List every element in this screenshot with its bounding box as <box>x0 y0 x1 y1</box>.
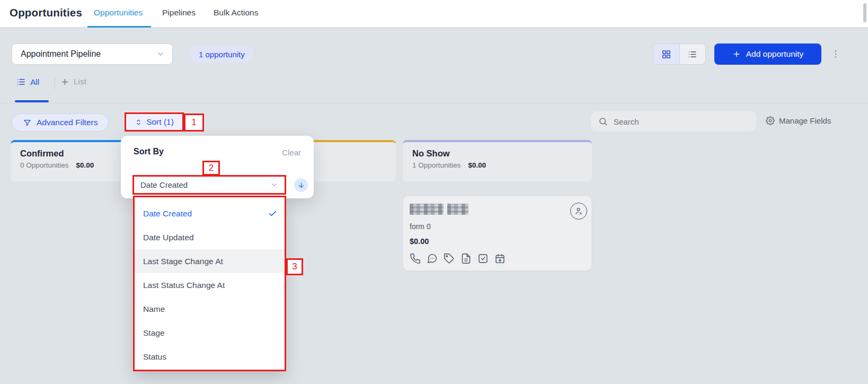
search-box <box>591 111 756 132</box>
list-bullets-icon <box>16 77 26 87</box>
annotation-label-1: 1 <box>184 114 204 132</box>
add-opportunity-label: Add opportunity <box>746 49 804 59</box>
arrow-down-icon <box>297 181 305 189</box>
opportunity-count-badge: 1 opportunity <box>190 46 254 63</box>
card-action-icons <box>410 253 585 264</box>
clear-button[interactable]: Clear <box>282 148 301 157</box>
scrollbar[interactable] <box>863 3 866 22</box>
tab-bulk-actions[interactable]: Bulk Actions <box>214 8 258 18</box>
search-input[interactable] <box>614 117 736 126</box>
annotation-label-2: 2 <box>202 161 220 176</box>
active-view-tab-underline <box>15 100 49 102</box>
tag-icon[interactable] <box>444 253 455 264</box>
option-date-created[interactable]: Date Created <box>135 202 285 225</box>
annotation-box-select: Date Created <box>132 175 286 195</box>
sort-field-value: Date Created <box>140 180 270 189</box>
column-title: No Show <box>412 149 583 159</box>
tab-divider <box>55 77 55 89</box>
blurred-text-segment <box>410 204 444 215</box>
pipeline-selector[interactable]: Appointment Pipeline <box>12 43 173 65</box>
chevron-down-icon <box>270 181 278 189</box>
top-nav: Opportunities Opportunities Pipelines Bu… <box>0 0 868 28</box>
card-source: form 0 <box>410 222 585 231</box>
annotation-box-sort: Sort (1) <box>125 112 184 132</box>
annotation-label-3: 3 <box>286 258 303 275</box>
column-amount: $0.00 <box>468 161 486 169</box>
list-icon <box>687 49 697 59</box>
option-stage[interactable]: Stage <box>135 321 285 345</box>
blurred-text-segment <box>447 204 468 215</box>
sort-field-select[interactable]: Date Created <box>134 177 285 193</box>
chat-icon[interactable] <box>427 253 438 264</box>
option-name[interactable]: Name <box>135 297 285 321</box>
advanced-filters-button[interactable]: Advanced Filters <box>12 114 109 132</box>
check-icon <box>268 209 277 218</box>
document-icon[interactable] <box>460 253 472 264</box>
kebab-icon <box>830 49 841 59</box>
column-count: 0 Opportunities <box>20 161 69 169</box>
search-icon <box>598 117 608 126</box>
option-last-stage-change-at[interactable]: Last Stage Change At <box>135 249 285 273</box>
option-last-status-change-at[interactable]: Last Status Change At <box>135 273 285 297</box>
view-toggle <box>653 43 706 65</box>
option-date-updated[interactable]: Date Updated <box>135 225 285 249</box>
add-list-label: List <box>74 77 86 86</box>
manage-fields-button[interactable]: Manage Fields <box>766 116 831 125</box>
more-options-button[interactable] <box>829 48 842 60</box>
column-header-no-show: No Show 1 Opportunities $0.00 <box>403 140 592 181</box>
option-status[interactable]: Status <box>135 345 285 369</box>
list-view-button[interactable] <box>679 44 705 64</box>
sort-icon <box>135 118 143 126</box>
add-opportunity-button[interactable]: Add opportunity <box>714 43 821 65</box>
plus-icon <box>732 50 741 58</box>
pipeline-selector-value: Appointment Pipeline <box>21 49 156 59</box>
advanced-filters-label: Advanced Filters <box>37 118 98 127</box>
opportunity-card[interactable]: form 0 $0.00 <box>403 196 592 271</box>
tabs-divider-line <box>0 103 868 103</box>
active-tab-underline <box>87 26 151 28</box>
sort-button-label: Sort (1) <box>146 117 174 127</box>
sort-button[interactable]: Sort (1) <box>126 114 182 130</box>
task-checkbox-icon[interactable] <box>477 253 489 264</box>
tab-all[interactable]: All <box>16 77 39 87</box>
tab-opportunities[interactable]: Opportunities <box>94 8 143 18</box>
phone-icon[interactable] <box>410 253 421 264</box>
manage-fields-label: Manage Fields <box>779 116 831 125</box>
assignee-avatar[interactable] <box>570 203 587 220</box>
tab-pipelines[interactable]: Pipelines <box>162 8 196 18</box>
blurred-contact-name <box>410 204 585 215</box>
user-x-icon <box>574 206 583 216</box>
funnel-icon <box>23 118 32 127</box>
grid-icon <box>661 49 671 59</box>
column-count: 1 Opportunities <box>412 161 461 169</box>
grid-view-button[interactable] <box>653 44 679 64</box>
card-amount: $0.00 <box>410 237 585 246</box>
sort-direction-button[interactable] <box>294 178 308 192</box>
tab-all-label: All <box>30 77 39 87</box>
calendar-plus-icon[interactable] <box>494 253 506 264</box>
add-list-button[interactable]: List <box>60 77 86 86</box>
chevron-down-icon <box>156 50 165 58</box>
sort-options-dropdown: Date Created Date Updated Last Stage Cha… <box>133 196 286 371</box>
column-amount: $0.00 <box>76 161 94 169</box>
gear-icon <box>766 116 775 125</box>
plus-icon <box>60 77 69 86</box>
sort-popup-title: Sort By <box>134 147 164 156</box>
page-title: Opportunities <box>10 6 82 19</box>
